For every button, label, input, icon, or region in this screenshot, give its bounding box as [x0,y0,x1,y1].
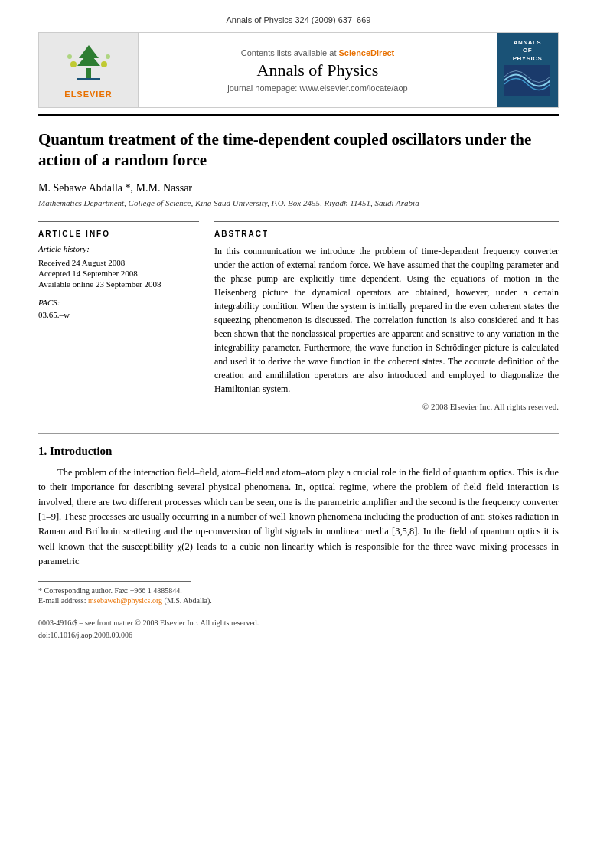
elsevier-logo-section: ELSEVIER [39,33,139,107]
svg-point-4 [70,61,77,67]
received-date: Received 24 August 2008 [38,258,199,267]
article-title: Quantum treatment of the time-dependent … [38,129,559,171]
sciencedirect-line: Contents lists available at ScienceDirec… [241,48,395,57]
bottom-footer: 0003-4916/$ – see front matter © 2008 El… [38,617,559,641]
abstract-column: ABSTRACT In this communication we introd… [214,221,559,419]
email-footnote: E-mail address: msebaweh@physics.org (M.… [38,596,559,605]
abstract-header: ABSTRACT [214,230,559,238]
journal-header: ELSEVIER Contents lists available at Sci… [38,32,559,108]
svg-point-6 [67,54,72,59]
introduction-paragraph: The problem of the interaction field–fie… [38,465,559,569]
abstract-text: In this communication we introduce the p… [214,244,559,396]
svg-rect-0 [86,68,91,79]
homepage-line: journal homepage: www.elsevier.com/locat… [227,83,407,93]
article-info-abstract: ARTICLE INFO Article history: Received 2… [38,221,559,419]
svg-rect-1 [77,78,100,80]
article-info-column: ARTICLE INFO Article history: Received 2… [38,221,199,419]
article-info-header: ARTICLE INFO [38,230,199,238]
section-divider [38,433,559,434]
pacs-value: 03.65.–w [38,310,199,319]
annals-badge-graphic [504,65,550,96]
citation-line: Annals of Physics 324 (2009) 637–669 [38,15,559,24]
affiliation: Mathematics Department, College of Scien… [38,198,559,207]
article-history-label: Article history: [38,244,199,253]
journal-center-header: Contents lists available at ScienceDirec… [139,33,497,107]
introduction-title: 1. Introduction [38,445,559,458]
svg-marker-3 [77,52,100,66]
corresponding-author-footnote: * Corresponding author. Fax: +966 1 4885… [38,586,559,595]
pacs-label: PACS: [38,298,199,307]
svg-point-7 [106,54,110,59]
issn-line: 0003-4916/$ – see front matter © 2008 El… [38,617,559,629]
footnote-rule [38,581,191,582]
journal-title: Annals of Physics [257,60,379,80]
sciencedirect-link[interactable]: ScienceDirect [339,48,395,57]
accepted-date: Accepted 14 September 2008 [38,269,199,278]
annals-badge-title: ANNALS OF PHYSICS [504,39,550,63]
available-online-date: Available online 23 September 2008 [38,279,199,289]
elsevier-text: ELSEVIER [62,90,116,99]
elsevier-logo-graphic [62,41,116,83]
thick-divider [38,114,559,116]
doi-line: doi:10.1016/j.aop.2008.09.006 [38,629,559,641]
annals-badge-section: ANNALS OF PHYSICS [497,33,558,107]
svg-point-5 [101,61,107,67]
email-link[interactable]: msebaweh@physics.org [88,596,162,605]
copyright-line: © 2008 Elsevier Inc. All rights reserved… [214,402,559,411]
authors: M. Sebawe Abdalla *, M.M. Nassar [38,182,559,194]
